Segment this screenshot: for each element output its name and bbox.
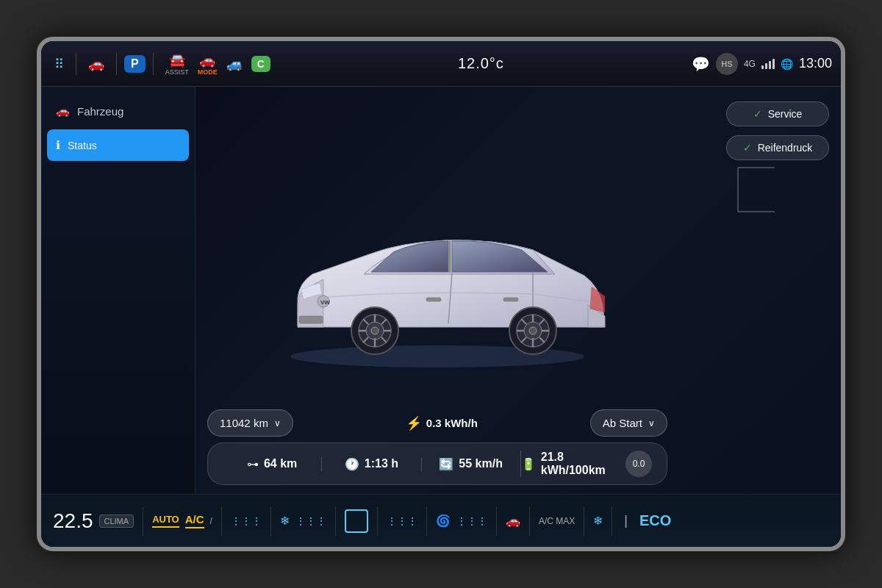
dots-fan: ⋮⋮⋮ bbox=[295, 515, 326, 527]
clima-divider-10 bbox=[612, 506, 612, 536]
mode-label: MODE bbox=[198, 68, 218, 76]
svg-rect-31 bbox=[426, 298, 441, 301]
clima-divider-6 bbox=[426, 506, 427, 536]
speed-icon: 🔄 bbox=[439, 457, 453, 471]
temperature-value: 12.0°c bbox=[458, 55, 504, 71]
sidebar-title: Fahrzeug bbox=[77, 105, 123, 118]
consumption-stat: 🔋 21.8 kWh/100km bbox=[520, 451, 620, 477]
mode-button[interactable]: 🚗 MODE bbox=[198, 52, 218, 76]
consumption-icon: 🔋 bbox=[521, 457, 536, 471]
fan-right-icon[interactable]: 🌀 bbox=[436, 514, 451, 528]
hs-label: HS bbox=[721, 60, 732, 68]
svg-rect-4 bbox=[299, 316, 323, 323]
clima-divider-8 bbox=[529, 506, 530, 536]
clima-divider-1 bbox=[143, 506, 143, 536]
reifendruck-check-icon: ✓ bbox=[743, 142, 752, 154]
main-content: 🚗 Fahrzeug ℹ Status bbox=[41, 87, 841, 494]
clima-bar: 22.5 CLIMA AUTO A/C / ⋮⋮⋮ ❄ ⋮⋮⋮ ⋮⋮⋮ 🌀 ⋮⋮… bbox=[41, 494, 841, 547]
car-image-container: VW bbox=[224, 195, 650, 386]
sidebar: 🚗 Fahrzeug ℹ Status bbox=[41, 87, 196, 494]
energy-icon: ⚡ bbox=[406, 415, 422, 431]
odometer-value: 11042 km bbox=[220, 417, 268, 429]
svg-point-22 bbox=[529, 327, 537, 334]
ab-start-button[interactable]: Ab Start ∨ bbox=[590, 409, 667, 437]
dots-left[interactable]: ⋮⋮⋮ bbox=[231, 515, 262, 527]
temperature-display: 12.0°c bbox=[275, 55, 687, 72]
signal-bars bbox=[761, 59, 775, 69]
bar1 bbox=[761, 65, 764, 69]
divider-3 bbox=[153, 53, 154, 75]
service-badge[interactable]: ✓ Service bbox=[726, 101, 829, 126]
ac-slash-icon: / bbox=[210, 516, 212, 526]
assist-label: ASSIST bbox=[165, 68, 189, 76]
dots-right2: ⋮⋮⋮ bbox=[456, 515, 487, 527]
stats-area: 11042 km ∨ ⚡ 0.3 kWh/h Ab Start ∨ ⊶ bbox=[196, 409, 679, 494]
speed-stat: 🔄 55 km/h bbox=[421, 457, 520, 471]
sidebar-header: 🚗 Fahrzeug bbox=[41, 98, 195, 129]
time-value: 1:13 h bbox=[365, 457, 398, 470]
top-right-area: 💬 HS 4G 🌐 13:00 bbox=[692, 53, 832, 75]
sidebar-item-status[interactable]: ℹ Status bbox=[47, 129, 189, 161]
defrost-icon[interactable]: ❄ bbox=[593, 514, 603, 528]
clima-divider-7 bbox=[496, 506, 497, 536]
assist-button[interactable]: 🚘 ASSIST bbox=[161, 49, 193, 79]
mode-car-icon: 🚗 bbox=[199, 52, 215, 68]
reifendruck-badge[interactable]: ✓ Reifendruck bbox=[726, 135, 829, 160]
auto-button[interactable]: AUTO bbox=[152, 514, 179, 528]
service-check-icon: ✓ bbox=[753, 108, 762, 120]
info-icon: ℹ bbox=[56, 138, 60, 152]
ab-start-label: Ab Start bbox=[603, 417, 642, 429]
time-display: 13:00 bbox=[799, 56, 832, 71]
connector-svg bbox=[679, 131, 841, 351]
svg-rect-32 bbox=[503, 298, 518, 301]
divider-1 bbox=[76, 53, 76, 75]
bar4 bbox=[772, 59, 775, 69]
reifendruck-label: Reifendruck bbox=[758, 142, 813, 154]
stat-row-bottom: ⊶ 64 km 🕐 1:13 h 🔄 55 km/h 🔋 21.8 kWh/10… bbox=[207, 442, 667, 485]
parking-icon[interactable]: P bbox=[124, 55, 146, 73]
clima-divider-4 bbox=[335, 506, 336, 536]
main-screen: ⠿ 🚗 P 🚘 ASSIST 🚗 MODE 🚙 C 12.0°c 💬 H bbox=[37, 37, 845, 551]
energy-value: 0.3 kWh/h bbox=[426, 417, 478, 429]
ac-button[interactable]: A/C bbox=[185, 513, 204, 528]
range-value: 64 km bbox=[264, 457, 297, 470]
dots-right[interactable]: ⋮⋮⋮ bbox=[387, 515, 417, 527]
divider-2 bbox=[116, 53, 117, 75]
time-stat: 🕐 1:13 h bbox=[321, 457, 420, 471]
hs-badge[interactable]: HS bbox=[716, 53, 738, 75]
consumption-value: 21.8 kWh/100km bbox=[541, 451, 620, 477]
car-display: VW bbox=[196, 87, 679, 494]
chat-icon[interactable]: 💬 bbox=[692, 55, 710, 73]
eco-highlight: ECO bbox=[639, 512, 671, 528]
trip-badge: 0.0 bbox=[625, 451, 652, 477]
bar2 bbox=[765, 63, 767, 69]
center-square-button[interactable] bbox=[345, 509, 368, 533]
energy-display: ⚡ 0.3 kWh/h bbox=[302, 415, 581, 431]
service-label: Service bbox=[768, 108, 803, 120]
clima-label: CLIMA bbox=[99, 514, 135, 528]
ac-max-label: A/C MAX bbox=[539, 516, 575, 526]
speed-value: 55 km/h bbox=[459, 457, 503, 470]
right-panel: ✓ Service ✓ Reifendruck bbox=[679, 87, 841, 494]
grid-icon[interactable]: ⠿ bbox=[50, 53, 68, 75]
sidebar-car-icon: 🚗 bbox=[56, 104, 70, 118]
car-svg: VW bbox=[254, 209, 621, 371]
eco-label: ECO bbox=[639, 512, 671, 529]
car2-icon[interactable]: 🚙 bbox=[222, 53, 247, 75]
car-icon[interactable]: 🚗 bbox=[84, 53, 109, 75]
bar3 bbox=[769, 61, 771, 69]
svg-text:VW: VW bbox=[320, 299, 330, 306]
rear-ac-icon[interactable]: 🚗 bbox=[506, 514, 520, 528]
pipe-separator: | bbox=[624, 513, 628, 528]
odometer-button[interactable]: 11042 km ∨ bbox=[207, 409, 293, 437]
c-icon[interactable]: C bbox=[251, 56, 270, 72]
trip-value: 0.0 bbox=[633, 459, 645, 469]
time-icon: 🕐 bbox=[345, 457, 359, 471]
assist-car-icon: 🚘 bbox=[169, 52, 185, 68]
top-bar: ⠿ 🚗 P 🚘 ASSIST 🚗 MODE 🚙 C 12.0°c 💬 H bbox=[41, 41, 841, 87]
clima-divider-2 bbox=[221, 506, 222, 536]
clima-temperature: 22.5 bbox=[53, 509, 93, 533]
fan-icon[interactable]: ❄ bbox=[280, 514, 290, 528]
ab-start-chevron: ∨ bbox=[648, 418, 655, 429]
clima-divider-9 bbox=[584, 506, 584, 536]
